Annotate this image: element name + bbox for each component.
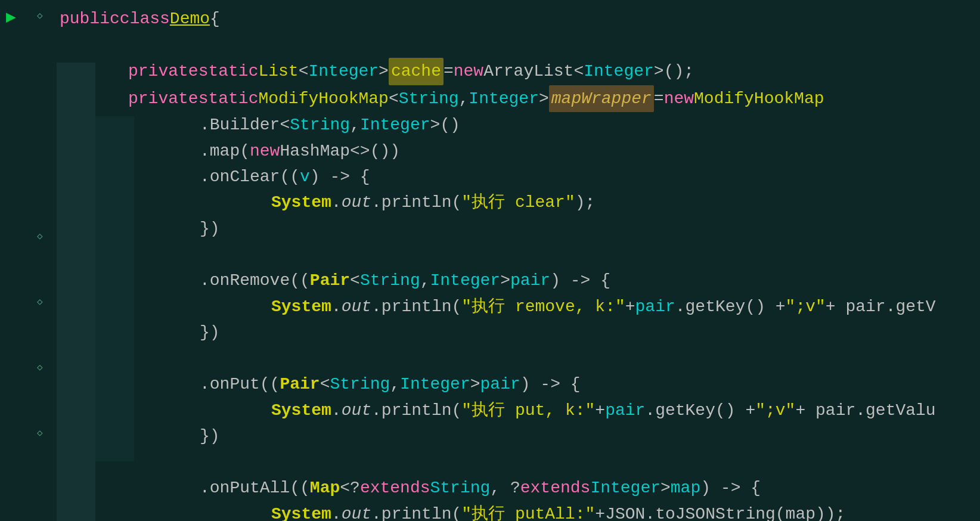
code-line-1: public class Demo { — [57, 6, 980, 32]
code-line-4: private static ModifyHookMap < String , … — [57, 85, 980, 112]
code-line-16: System . out .println( "执行 put, k:" + pa… — [57, 398, 980, 423]
code-line-9: }) — [57, 216, 980, 241]
empty-line-1 — [57, 32, 980, 58]
keyword-public: public — [60, 6, 120, 32]
fold-arrow-1[interactable]: ◇ — [37, 9, 43, 24]
code-line-20: System . out .println( "执行 putAll:" + JS… — [57, 501, 980, 521]
fold-arrow-5[interactable]: ◇ — [37, 426, 43, 441]
code-line-17: }) — [57, 423, 980, 449]
code-line-3: private static List < Integer > cache = … — [57, 58, 980, 85]
fold-arrow-2[interactable]: ◇ — [37, 230, 43, 244]
empty-line-2 — [57, 241, 980, 268]
code-line-15: .onPut(( Pair < String , Integer > pair … — [57, 371, 980, 397]
fold-arrow-4[interactable]: ◇ — [37, 361, 43, 376]
run-button[interactable]: ▶ — [6, 5, 16, 30]
empty-line-4 — [57, 449, 980, 475]
code-editor: ▶ ◇ ◇ ◇ ◇ ◇ public class Demo { private … — [0, 0, 980, 521]
code-line-19: .onPutAll(( Map <? extends String , ? ex… — [57, 475, 980, 501]
code-line-11: .onRemove(( Pair < String , Integer > pa… — [57, 268, 980, 293]
empty-line-3 — [57, 345, 980, 371]
code-line-13: }) — [57, 320, 980, 345]
code-line-7: .onClear(( v ) -> { — [57, 164, 980, 190]
code-area: public class Demo { private static List … — [57, 0, 980, 521]
code-line-5: .Builder< String , Integer >() — [57, 112, 980, 138]
brace-open: { — [210, 6, 220, 32]
code-line-6: .map( new HashMap<>()) — [57, 138, 980, 164]
code-line-12: System . out .println( "执行 remove, k:" +… — [57, 294, 980, 320]
class-name: Demo — [170, 6, 210, 32]
highlighted-cache: cache — [389, 58, 444, 85]
fold-arrow-3[interactable]: ◇ — [37, 295, 43, 310]
highlighted-mapwrapper: mapWrapper — [549, 85, 654, 112]
code-line-8: System . out .println( "执行 clear" ); — [57, 190, 980, 215]
keyword-class: class — [120, 6, 170, 32]
